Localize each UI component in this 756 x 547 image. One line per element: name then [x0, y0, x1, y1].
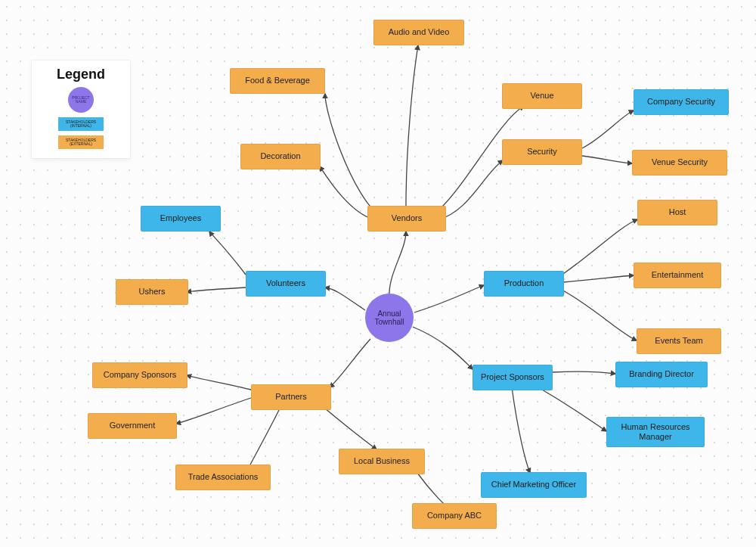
- node-ushers[interactable]: Ushers: [116, 279, 188, 305]
- node-label: Chief Marketing Officer: [491, 480, 576, 490]
- node-label: Audio and Video: [389, 27, 450, 37]
- node-label: Events Team: [655, 336, 702, 346]
- node-venue[interactable]: Venue: [502, 83, 582, 109]
- node-label: Vendors: [392, 213, 422, 223]
- node-project-sponsors[interactable]: Project Sponsors: [472, 365, 553, 390]
- node-label: Partners: [275, 392, 307, 402]
- node-label: Project Sponsors: [481, 372, 544, 382]
- node-security[interactable]: Security: [502, 139, 582, 165]
- legend-project-label: PROJECT NAME: [68, 96, 94, 104]
- node-company-security[interactable]: Company Security: [634, 89, 729, 115]
- node-employees[interactable]: Employees: [141, 206, 221, 232]
- root-node-annual-townhall[interactable]: Annual Townhall: [365, 294, 414, 342]
- node-volunteers[interactable]: Volunteers: [246, 271, 326, 297]
- node-government[interactable]: Government: [88, 413, 177, 439]
- node-company-sponsors[interactable]: Company Sponsors: [92, 362, 187, 388]
- node-cmo[interactable]: Chief Marketing Officer: [481, 472, 587, 498]
- legend-internal-label: STAKEHOLDERS (INTERNAL): [58, 120, 104, 129]
- node-label: Human Resources Manager: [610, 422, 701, 442]
- node-hr-manager[interactable]: Human Resources Manager: [606, 417, 705, 447]
- node-label: Ushers: [139, 287, 166, 297]
- node-label: Volunteers: [266, 278, 305, 288]
- legend-swatch-project: PROJECT NAME: [68, 87, 94, 113]
- node-label: Venue: [530, 91, 553, 101]
- node-entertainment[interactable]: Entertainment: [634, 263, 721, 288]
- node-label: Security: [527, 147, 557, 157]
- node-vendors[interactable]: Vendors: [367, 206, 446, 232]
- node-label: Venue Security: [652, 157, 708, 167]
- node-label: Government: [110, 421, 156, 430]
- legend-swatch-internal: STAKEHOLDERS (INTERNAL): [58, 117, 104, 131]
- node-label: Trade Associations: [188, 472, 259, 482]
- node-label: Company Sponsors: [104, 370, 177, 380]
- node-label: Local Business: [354, 456, 410, 466]
- node-venue-security[interactable]: Venue Security: [632, 150, 727, 176]
- node-label: Production: [504, 278, 544, 288]
- node-label: Entertainment: [652, 270, 703, 280]
- node-partners[interactable]: Partners: [251, 384, 331, 410]
- legend-swatch-external: STAKEHOLDERS (EXTERNAL): [58, 135, 104, 149]
- node-label: Employees: [160, 213, 201, 223]
- node-audio-video[interactable]: Audio and Video: [373, 20, 464, 45]
- node-label: Food & Beverage: [245, 76, 310, 85]
- legend-external-label: STAKEHOLDERS (EXTERNAL): [58, 138, 104, 147]
- node-label: Decoration: [260, 151, 300, 161]
- node-events-team[interactable]: Events Team: [637, 328, 721, 354]
- node-company-abc[interactable]: Company ABC: [412, 503, 497, 529]
- node-host[interactable]: Host: [637, 200, 717, 225]
- node-branding-director[interactable]: Branding Director: [615, 362, 708, 387]
- node-label: Company Security: [647, 97, 715, 107]
- node-trade-associations[interactable]: Trade Associations: [175, 465, 271, 490]
- node-production[interactable]: Production: [484, 271, 564, 297]
- node-food-beverage[interactable]: Food & Beverage: [230, 68, 325, 94]
- node-local-business[interactable]: Local Business: [339, 449, 425, 474]
- node-label: Branding Director: [629, 369, 694, 379]
- legend-title: Legend: [38, 67, 124, 82]
- root-node-label: Annual Townhall: [365, 309, 414, 327]
- node-label: Company ABC: [427, 511, 482, 521]
- node-decoration[interactable]: Decoration: [240, 144, 321, 169]
- node-label: Host: [669, 207, 686, 217]
- legend-card[interactable]: Legend PROJECT NAME STAKEHOLDERS (INTERN…: [32, 61, 130, 158]
- diagram-canvas[interactable]: Legend PROJECT NAME STAKEHOLDERS (INTERN…: [0, 0, 756, 547]
